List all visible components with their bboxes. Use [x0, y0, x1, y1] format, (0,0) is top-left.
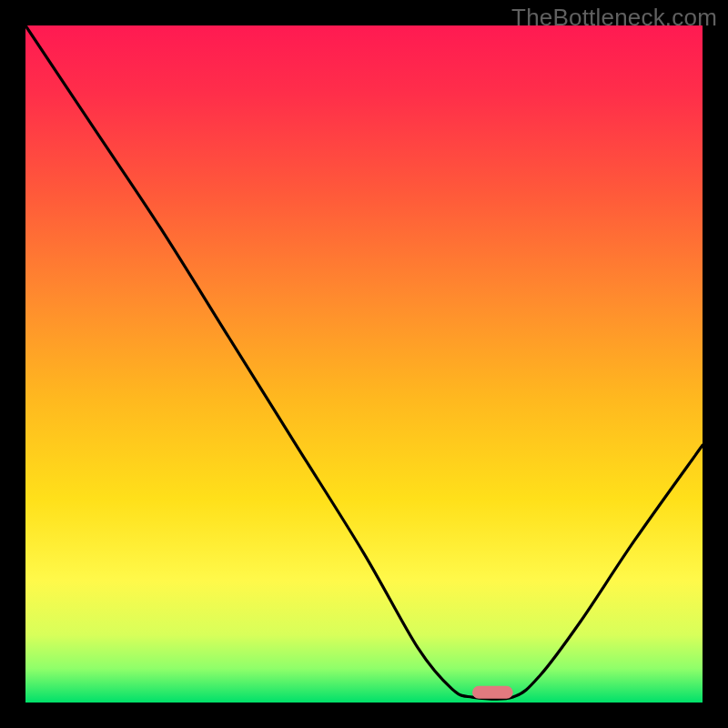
- optimum-marker: [472, 686, 513, 699]
- chart-svg: [25, 25, 703, 703]
- plot-area: [25, 25, 703, 703]
- gradient-background: [25, 25, 703, 703]
- chart-container: TheBottleneck.com: [0, 0, 728, 728]
